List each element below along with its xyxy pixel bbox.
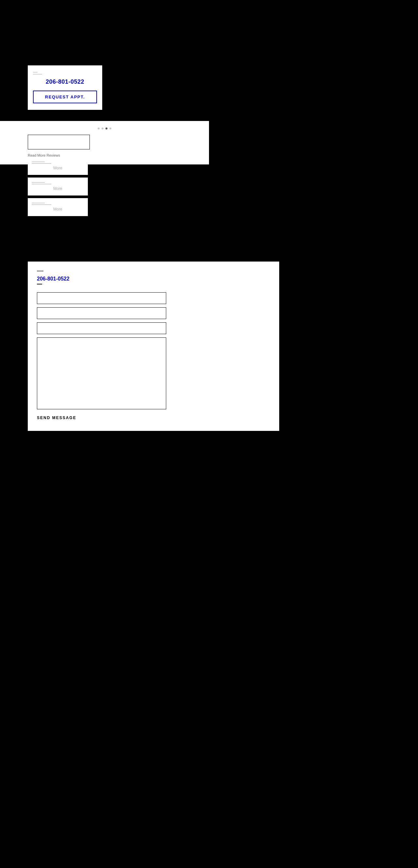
card-line-long [33,74,42,74]
more-card-2-line-medium [32,184,51,184]
contact-section: 206-801-0522 SEND MESSAGE [28,261,279,431]
request-appt-button[interactable]: REQUEST APPT. [33,91,97,103]
more-card-2: More [28,178,88,195]
more-card-1-line-medium [32,163,51,164]
more-card-3-label[interactable]: More [32,207,84,212]
more-cards-section: More More More [28,157,88,219]
phone-number[interactable]: 206-801-0522 [33,79,97,85]
more-card-2-label[interactable]: More [32,186,84,191]
review-box [28,135,90,149]
dot-2 [102,127,104,129]
contact-top-line [37,271,43,271]
card-decorative-lines [33,72,97,74]
more-card-3-lines [32,203,84,205]
dot-3 [105,127,107,129]
more-card-3: More [28,198,88,216]
reviews-dots-indicator [28,127,181,129]
contact-divider [37,284,42,284]
more-card-2-lines [32,182,84,184]
contact-field-1[interactable] [37,292,166,304]
contact-phone[interactable]: 206-801-0522 [37,276,270,282]
contact-field-3[interactable] [37,322,166,334]
dot-4 [109,127,111,129]
more-card-1: More [28,157,88,175]
more-card-1-line-short [32,161,45,162]
more-card-1-label[interactable]: More [32,166,84,170]
dot-1 [98,127,100,129]
more-card-2-line-short [32,182,45,183]
more-card-3-line-medium [32,204,51,205]
contact-message-textarea[interactable] [37,337,166,409]
more-card-1-lines [32,161,84,164]
more-card-3-line-short [32,203,45,203]
contact-field-2[interactable] [37,307,166,319]
send-message-button[interactable]: SEND MESSAGE [37,415,76,420]
card-line-short [33,72,38,72]
phone-card: 206-801-0522 REQUEST APPT. [28,65,102,110]
